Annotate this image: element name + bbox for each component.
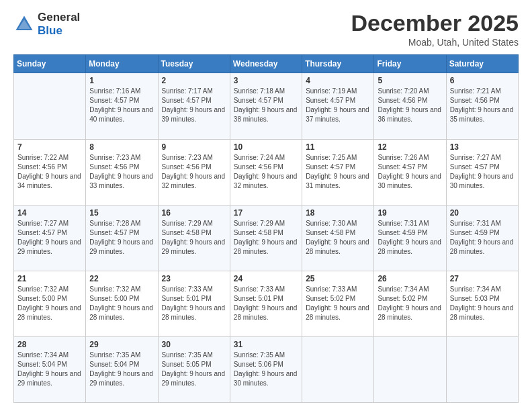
- daylight-text: Daylight: 9 hours and 34 minutes.: [17, 172, 82, 191]
- sunset-text: Sunset: 4:57 PM: [306, 96, 370, 105]
- sunrise-text: Sunrise: 7:33 AM: [162, 285, 226, 294]
- daylight-text: Daylight: 9 hours and 28 minutes.: [89, 304, 154, 322]
- daylight-text: Daylight: 9 hours and 28 minutes.: [450, 304, 515, 322]
- day-number: 21: [17, 274, 82, 283]
- calendar-cell: [14, 73, 86, 139]
- calendar-cell: [374, 336, 446, 402]
- daylight-text: Daylight: 9 hours and 35 minutes.: [450, 105, 515, 124]
- day-info: Sunrise: 7:35 AMSunset: 5:04 PMDaylight:…: [89, 351, 154, 388]
- day-info: Sunrise: 7:24 AMSunset: 4:56 PMDaylight:…: [234, 153, 298, 191]
- calendar-cell: 21Sunrise: 7:32 AMSunset: 5:00 PMDayligh…: [14, 271, 86, 336]
- calendar-cell: 8Sunrise: 7:23 AMSunset: 4:56 PMDaylight…: [86, 139, 158, 205]
- calendar-cell: 9Sunrise: 7:23 AMSunset: 4:56 PMDaylight…: [158, 139, 230, 205]
- logo-general: General: [38, 11, 80, 24]
- calendar-cell: 4Sunrise: 7:19 AMSunset: 4:57 PMDaylight…: [302, 73, 374, 139]
- sunset-text: Sunset: 5:04 PM: [17, 360, 82, 369]
- daylight-text: Daylight: 9 hours and 29 minutes.: [162, 238, 226, 257]
- calendar-cell: 2Sunrise: 7:17 AMSunset: 4:57 PMDaylight…: [158, 73, 230, 139]
- calendar-cell: 6Sunrise: 7:21 AMSunset: 4:56 PMDaylight…: [446, 73, 518, 139]
- calendar-cell: [302, 336, 374, 402]
- day-info: Sunrise: 7:25 AMSunset: 4:57 PMDaylight:…: [306, 153, 370, 191]
- day-number: 16: [162, 208, 226, 218]
- day-info: Sunrise: 7:31 AMSunset: 4:59 PMDaylight:…: [378, 219, 442, 257]
- sunset-text: Sunset: 4:58 PM: [234, 228, 298, 238]
- daylight-text: Daylight: 9 hours and 33 minutes.: [89, 172, 154, 191]
- day-info: Sunrise: 7:33 AMSunset: 5:01 PMDaylight:…: [162, 285, 226, 322]
- sunset-text: Sunset: 5:02 PM: [306, 294, 370, 304]
- sunset-text: Sunset: 5:01 PM: [234, 294, 298, 304]
- sunrise-text: Sunrise: 7:24 AM: [234, 153, 298, 163]
- calendar-cell: 30Sunrise: 7:35 AMSunset: 5:05 PMDayligh…: [158, 336, 230, 402]
- day-info: Sunrise: 7:28 AMSunset: 4:57 PMDaylight:…: [89, 219, 154, 257]
- sunrise-text: Sunrise: 7:35 AM: [89, 351, 154, 360]
- sunrise-text: Sunrise: 7:32 AM: [89, 285, 154, 294]
- sunrise-text: Sunrise: 7:17 AM: [162, 87, 226, 96]
- day-info: Sunrise: 7:33 AMSunset: 5:01 PMDaylight:…: [234, 285, 298, 322]
- sunset-text: Sunset: 4:58 PM: [306, 228, 370, 238]
- day-number: 22: [89, 274, 154, 283]
- sunrise-text: Sunrise: 7:32 AM: [17, 285, 82, 294]
- daylight-text: Daylight: 9 hours and 29 minutes.: [89, 238, 154, 257]
- sunset-text: Sunset: 4:56 PM: [450, 96, 515, 105]
- day-number: 14: [17, 208, 82, 218]
- day-number: 18: [306, 208, 370, 218]
- day-number: 31: [234, 340, 298, 349]
- daylight-text: Daylight: 9 hours and 28 minutes.: [378, 304, 442, 322]
- sunrise-text: Sunrise: 7:35 AM: [234, 351, 298, 360]
- daylight-text: Daylight: 9 hours and 28 minutes.: [378, 238, 442, 257]
- day-number: 19: [378, 208, 442, 218]
- sunset-text: Sunset: 5:05 PM: [162, 360, 226, 369]
- calendar-cell: 29Sunrise: 7:35 AMSunset: 5:04 PMDayligh…: [86, 336, 158, 402]
- daylight-text: Daylight: 9 hours and 39 minutes.: [162, 105, 226, 124]
- day-info: Sunrise: 7:33 AMSunset: 5:02 PMDaylight:…: [306, 285, 370, 322]
- daylight-text: Daylight: 9 hours and 29 minutes.: [89, 369, 154, 388]
- sunrise-text: Sunrise: 7:23 AM: [162, 153, 226, 163]
- title-block: December 2025 Moab, Utah, United States: [351, 11, 519, 48]
- sunrise-text: Sunrise: 7:18 AM: [234, 87, 298, 96]
- sunset-text: Sunset: 4:56 PM: [89, 163, 154, 172]
- sunrise-text: Sunrise: 7:33 AM: [306, 285, 370, 294]
- daylight-text: Daylight: 9 hours and 40 minutes.: [89, 105, 154, 124]
- sunset-text: Sunset: 4:57 PM: [234, 96, 298, 105]
- day-info: Sunrise: 7:32 AMSunset: 5:00 PMDaylight:…: [17, 285, 82, 322]
- day-info: Sunrise: 7:29 AMSunset: 4:58 PMDaylight:…: [234, 219, 298, 257]
- weekday-header-saturday: Saturday: [446, 55, 518, 73]
- calendar-cell: 22Sunrise: 7:32 AMSunset: 5:00 PMDayligh…: [86, 271, 158, 336]
- day-number: 7: [17, 142, 82, 152]
- daylight-text: Daylight: 9 hours and 28 minutes.: [450, 238, 515, 257]
- weekday-header-tuesday: Tuesday: [158, 55, 230, 73]
- sunrise-text: Sunrise: 7:22 AM: [17, 153, 82, 163]
- day-info: Sunrise: 7:23 AMSunset: 4:56 PMDaylight:…: [89, 153, 154, 191]
- sunset-text: Sunset: 5:03 PM: [450, 294, 515, 304]
- calendar-cell: 18Sunrise: 7:30 AMSunset: 4:58 PMDayligh…: [302, 205, 374, 271]
- day-number: 6: [450, 76, 515, 85]
- day-info: Sunrise: 7:20 AMSunset: 4:56 PMDaylight:…: [378, 87, 442, 124]
- day-info: Sunrise: 7:26 AMSunset: 4:57 PMDaylight:…: [378, 153, 442, 191]
- sunset-text: Sunset: 4:57 PM: [89, 96, 154, 105]
- calendar-cell: 19Sunrise: 7:31 AMSunset: 4:59 PMDayligh…: [374, 205, 446, 271]
- daylight-text: Daylight: 9 hours and 30 minutes.: [234, 369, 298, 388]
- sunrise-text: Sunrise: 7:29 AM: [234, 219, 298, 228]
- day-number: 30: [162, 340, 226, 349]
- day-info: Sunrise: 7:34 AMSunset: 5:02 PMDaylight:…: [378, 285, 442, 322]
- weekday-header-monday: Monday: [86, 55, 158, 73]
- day-number: 2: [162, 76, 226, 85]
- logo: General Blue: [13, 11, 80, 37]
- month-title: December 2025: [351, 11, 519, 36]
- calendar-cell: 28Sunrise: 7:34 AMSunset: 5:04 PMDayligh…: [14, 336, 86, 402]
- daylight-text: Daylight: 9 hours and 32 minutes.: [162, 172, 226, 191]
- calendar-cell: 17Sunrise: 7:29 AMSunset: 4:58 PMDayligh…: [230, 205, 302, 271]
- calendar-cell: 3Sunrise: 7:18 AMSunset: 4:57 PMDaylight…: [230, 73, 302, 139]
- sunset-text: Sunset: 4:56 PM: [378, 96, 442, 105]
- sunrise-text: Sunrise: 7:34 AM: [17, 351, 82, 360]
- calendar-cell: 14Sunrise: 7:27 AMSunset: 4:57 PMDayligh…: [14, 205, 86, 271]
- calendar-cell: 15Sunrise: 7:28 AMSunset: 4:57 PMDayligh…: [86, 205, 158, 271]
- daylight-text: Daylight: 9 hours and 31 minutes.: [306, 172, 370, 191]
- daylight-text: Daylight: 9 hours and 32 minutes.: [234, 172, 298, 191]
- sunrise-text: Sunrise: 7:34 AM: [450, 285, 515, 294]
- day-number: 8: [89, 142, 154, 152]
- sunrise-text: Sunrise: 7:26 AM: [378, 153, 442, 163]
- calendar-cell: 25Sunrise: 7:33 AMSunset: 5:02 PMDayligh…: [302, 271, 374, 336]
- calendar-cell: 1Sunrise: 7:16 AMSunset: 4:57 PMDaylight…: [86, 73, 158, 139]
- sunset-text: Sunset: 5:04 PM: [89, 360, 154, 369]
